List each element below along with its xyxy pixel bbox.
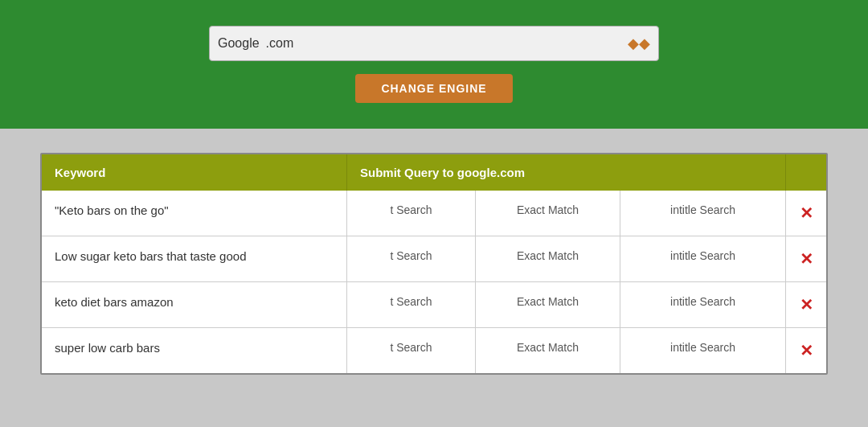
td-delete-button[interactable]: ✕	[786, 328, 826, 373]
th-empty	[786, 154, 826, 191]
table-row: keto diet bars amazon t Search Exact Mat…	[42, 282, 826, 328]
td-search[interactable]: t Search	[347, 282, 476, 327]
td-intitle-search[interactable]: intitle Search	[620, 282, 786, 327]
top-bar: Google .com ◆◆ CHANGE ENGINE	[0, 0, 868, 129]
td-intitle-search[interactable]: intitle Search	[620, 236, 786, 281]
th-keyword: Keyword	[42, 154, 347, 191]
td-keyword: "Keto bars on the go"	[42, 191, 347, 236]
td-exact-match[interactable]: Exact Match	[476, 328, 620, 373]
td-intitle-search[interactable]: intitle Search	[620, 191, 786, 236]
table-header: Keyword Submit Query to google.com	[42, 154, 826, 191]
td-delete-button[interactable]: ✕	[786, 236, 826, 281]
td-keyword: Low sugar keto bars that taste good	[42, 236, 347, 281]
engine-domain: .com	[266, 36, 628, 51]
change-engine-button[interactable]: CHANGE ENGINE	[355, 74, 512, 103]
table-row: "Keto bars on the go" t Search Exact Mat…	[42, 191, 826, 236]
query-cols: t Search Exact Match intitle Search	[347, 236, 786, 281]
delete-icon: ✕	[800, 203, 813, 223]
table-body: "Keto bars on the go" t Search Exact Mat…	[42, 191, 826, 373]
td-exact-match[interactable]: Exact Match	[476, 236, 620, 281]
delete-icon: ✕	[800, 295, 813, 314]
td-delete-button[interactable]: ✕	[786, 191, 826, 236]
td-exact-match[interactable]: Exact Match	[476, 191, 620, 236]
td-search[interactable]: t Search	[347, 328, 476, 373]
engine-label: Google	[218, 36, 266, 51]
td-exact-match[interactable]: Exact Match	[476, 282, 620, 327]
td-search[interactable]: t Search	[347, 236, 476, 281]
td-search[interactable]: t Search	[347, 191, 476, 236]
table-row: Low sugar keto bars that taste good t Se…	[42, 236, 826, 282]
table-container: Keyword Submit Query to google.com "Keto…	[40, 153, 828, 375]
td-intitle-search[interactable]: intitle Search	[620, 328, 786, 373]
th-query: Submit Query to google.com	[347, 154, 786, 191]
table-row: super low carb bars t Search Exact Match…	[42, 328, 826, 373]
td-keyword: keto diet bars amazon	[42, 282, 347, 327]
engine-arrow-icon[interactable]: ◆◆	[628, 35, 650, 52]
td-keyword: super low carb bars	[42, 328, 347, 373]
main-content: Keyword Submit Query to google.com "Keto…	[0, 129, 868, 399]
delete-icon: ✕	[800, 341, 813, 360]
query-cols: t Search Exact Match intitle Search	[347, 282, 786, 327]
engine-select-wrapper[interactable]: Google .com ◆◆	[209, 26, 659, 61]
delete-icon: ✕	[800, 249, 813, 269]
query-cols: t Search Exact Match intitle Search	[347, 191, 786, 236]
query-cols: t Search Exact Match intitle Search	[347, 328, 786, 373]
td-delete-button[interactable]: ✕	[786, 282, 826, 327]
